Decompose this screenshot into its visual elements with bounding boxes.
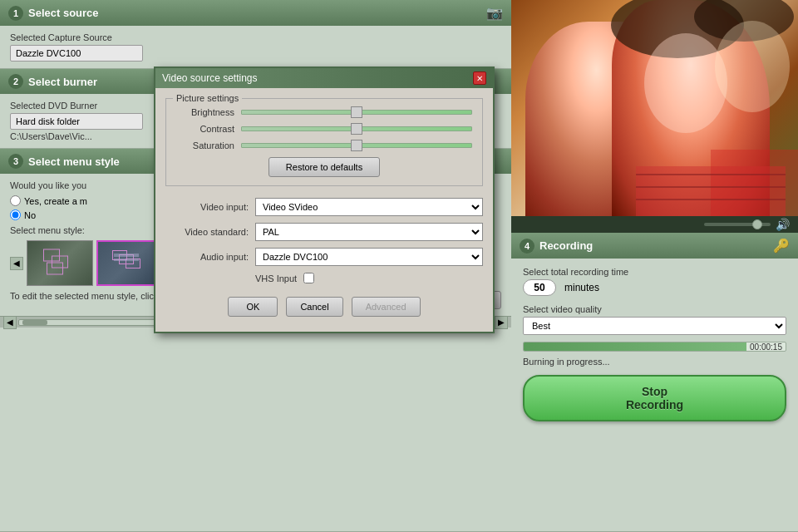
volume-icon: 🔊 xyxy=(776,218,790,231)
audio-input-select[interactable]: Dazzle DVC100 xyxy=(255,248,483,266)
brightness-slider-track[interactable] xyxy=(241,110,472,115)
dialog-buttons: OK Cancel Advanced xyxy=(165,292,483,322)
contrast-slider-track[interactable] xyxy=(241,126,472,131)
video-standard-select[interactable]: PAL xyxy=(255,223,483,241)
video-quality-select[interactable]: Best High Medium Low xyxy=(523,317,786,335)
advanced-button[interactable]: Advanced xyxy=(352,297,421,317)
audio-input-label: Audio input: xyxy=(165,252,249,262)
brightness-slider-handle[interactable] xyxy=(351,106,362,118)
volume-slider-track[interactable] xyxy=(704,223,771,226)
saturation-slider-track[interactable] xyxy=(241,143,472,148)
volume-slider-thumb[interactable] xyxy=(752,219,762,229)
saturation-row: Saturation xyxy=(176,140,472,150)
dialog-title: Video source settings xyxy=(162,72,258,84)
progress-bar-fill xyxy=(524,342,746,351)
video-standard-row: Video standard: PAL xyxy=(165,223,483,241)
key-icon: 🔑 xyxy=(773,238,790,254)
dialog-close-button[interactable]: ✕ xyxy=(473,71,486,85)
section-recording: 4 Recording 🔑 Select total recording tim… xyxy=(511,233,798,532)
progress-time: 00:00:15 xyxy=(750,342,782,352)
minutes-row: 50 minutes xyxy=(523,279,786,296)
video-standard-label: Video standard: xyxy=(165,227,249,237)
burning-text: Burning in progress... xyxy=(523,357,786,367)
vhs-input-row: VHS Input xyxy=(165,273,483,283)
section4-number: 4 xyxy=(520,239,534,254)
dialog-titlebar: Video source settings ✕ xyxy=(155,68,493,88)
brightness-label: Brightness xyxy=(176,107,234,117)
preview-image xyxy=(511,0,798,216)
video-input-select[interactable]: Video SVideo xyxy=(255,198,483,216)
progress-bar-container: 00:00:15 xyxy=(523,342,786,352)
dialog-overlay: Video source settings ✕ Picture settings… xyxy=(0,0,511,532)
saturation-slider-handle[interactable] xyxy=(351,140,362,151)
section4-title: Recording xyxy=(539,239,593,252)
video-quality-label: Select video quality xyxy=(523,304,786,314)
restore-defaults-button[interactable]: Restore to defaults xyxy=(268,157,380,177)
photo-svg-overlay xyxy=(511,0,798,216)
minutes-value[interactable]: 50 xyxy=(523,279,556,296)
vhs-input-checkbox[interactable] xyxy=(303,273,314,283)
section4-header: 4 Recording 🔑 xyxy=(511,233,798,259)
svg-rect-5 xyxy=(711,150,798,216)
brightness-row: Brightness xyxy=(176,107,472,117)
ok-button[interactable]: OK xyxy=(228,297,278,317)
stop-btn-line2: Recording xyxy=(533,398,776,411)
stop-btn-line1: Stop xyxy=(533,385,776,398)
picture-settings-box: Picture settings Brightness Contrast xyxy=(165,98,483,186)
stop-recording-button[interactable]: Stop Recording xyxy=(523,375,786,421)
recording-time-label: Select total recording time xyxy=(523,267,786,277)
contrast-row: Contrast xyxy=(176,124,472,134)
dialog-body: Picture settings Brightness Contrast xyxy=(155,88,493,332)
photo-background xyxy=(511,0,798,216)
saturation-label: Saturation xyxy=(176,140,234,150)
section4-content: Select total recording time 50 minutes S… xyxy=(511,259,798,430)
picture-settings-legend: Picture settings xyxy=(173,93,242,103)
contrast-label: Contrast xyxy=(176,124,234,134)
right-panel: 🔊 4 Recording 🔑 Select total recording t… xyxy=(511,0,798,532)
left-panel: 1 Select source 📷 Selected Capture Sourc… xyxy=(0,0,511,532)
svg-point-2 xyxy=(644,33,727,133)
video-input-label: Video input: xyxy=(165,202,249,212)
cancel-button[interactable]: Cancel xyxy=(286,297,342,317)
audio-input-row: Audio input: Dazzle DVC100 xyxy=(165,248,483,266)
svg-point-3 xyxy=(715,21,790,112)
volume-control: 🔊 xyxy=(511,216,798,233)
video-input-row: Video input: Video SVideo xyxy=(165,198,483,216)
minutes-label: minutes xyxy=(564,282,599,293)
video-source-settings-dialog: Video source settings ✕ Picture settings… xyxy=(154,66,495,333)
preview-area: 🔊 xyxy=(511,0,798,233)
vhs-input-label: VHS Input xyxy=(255,273,297,283)
contrast-slider-handle[interactable] xyxy=(351,123,362,135)
